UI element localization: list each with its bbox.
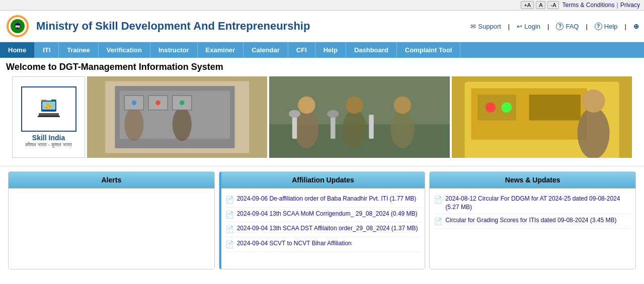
skill-india-subtitle: कौशल भारत - कुशल भारत xyxy=(25,142,71,148)
support-link[interactable]: ✉ Support xyxy=(470,23,501,30)
svg-point-46 xyxy=(485,103,495,113)
welcome-section: Welcome to DGT-Management Information Sy… xyxy=(0,58,644,166)
pdf-icon: 📄 xyxy=(225,225,234,235)
news-content: 📄 2024-08-12 Circular For DDGM for AT 20… xyxy=(430,188,635,269)
list-item: 📄 2024-09-04 13th SCAA MoM Corrigendum_ … xyxy=(225,208,421,223)
skill-india-emblem: 🤝 xyxy=(34,96,64,123)
nav-calendar[interactable]: Calendar xyxy=(244,42,288,58)
svg-rect-11 xyxy=(46,100,51,101)
faq-link[interactable]: ? FAQ xyxy=(556,23,579,30)
affiliation-section: Affiliation Updates 📄 2024-09-06 De-affi… xyxy=(219,171,426,269)
help-link[interactable]: ? Help xyxy=(595,23,618,30)
more-icon: ⊕ xyxy=(633,23,639,30)
separator-3: | xyxy=(547,23,549,30)
nav-complaint-tool[interactable]: Complaint Tool xyxy=(397,42,461,58)
news-link-1[interactable]: 2024-08-12 Circular For DDGM for AT 2024… xyxy=(445,195,631,212)
svg-rect-48 xyxy=(529,94,580,120)
affiliation-link-4[interactable]: 2024-09-04 SCVT to NCVT Bihar Affiliatio… xyxy=(237,239,352,248)
alerts-section: Alerts xyxy=(8,171,215,269)
svg-point-34 xyxy=(394,97,411,114)
nav-help[interactable]: Help xyxy=(315,42,346,58)
pdf-icon: 📄 xyxy=(225,195,234,205)
banner: 🤝 Skill India कौशल भारत - कुशल भारत xyxy=(6,76,638,162)
svg-rect-6 xyxy=(38,116,60,117)
list-item: 📄 2024-09-06 De-affiliation order of Bab… xyxy=(225,193,421,208)
affiliation-link-3[interactable]: 2024-09-04 13th SCAA DST Affilaiton orde… xyxy=(237,224,418,233)
list-item: 📄 2024-08-12 Circular For DDGM for AT 20… xyxy=(434,193,631,214)
top-bar: +A A -A Terms & Conditions | Privacy xyxy=(0,0,644,11)
list-item: 📄 2024-09-04 SCVT to NCVT Bihar Affiliat… xyxy=(225,237,421,252)
nav-cfi[interactable]: CFI xyxy=(288,42,315,58)
svg-point-30 xyxy=(298,97,315,114)
font-decrease-button[interactable]: -A xyxy=(547,1,559,9)
main-navbar: Home ITI Trainee Verification Instructor… xyxy=(0,42,644,58)
nav-verification[interactable]: Verification xyxy=(99,42,150,58)
svg-point-44 xyxy=(582,89,605,113)
svg-rect-37 xyxy=(369,115,374,139)
font-controls: +A A -A xyxy=(521,1,559,9)
svg-rect-36 xyxy=(331,115,336,139)
news-header: News & Updates xyxy=(430,172,635,188)
font-normal-button[interactable]: A xyxy=(536,1,545,9)
banner-image-2 xyxy=(269,76,449,158)
svg-point-39 xyxy=(328,110,339,118)
svg-point-38 xyxy=(289,110,300,118)
alerts-header: Alerts xyxy=(9,172,214,188)
banner-image-3 xyxy=(452,76,632,158)
svg-rect-10 xyxy=(41,100,46,101)
svg-rect-35 xyxy=(292,115,297,139)
separator-2: | xyxy=(508,23,510,30)
list-item: 📄 2024-09-04 13th SCAA DST Affilaiton or… xyxy=(225,222,421,237)
separator-5: | xyxy=(625,23,626,30)
nav-dashboard[interactable]: Dashboard xyxy=(346,42,397,58)
svg-point-19 xyxy=(173,108,192,141)
svg-point-24 xyxy=(132,101,137,106)
separator-1: | xyxy=(617,2,618,9)
affiliation-header: Affiliation Updates xyxy=(221,172,425,188)
nav-home[interactable]: Home xyxy=(0,42,35,58)
affiliation-link-1[interactable]: 2024-09-06 De-affiliation order of Baba … xyxy=(237,195,417,203)
login-link[interactable]: ↩ Login xyxy=(517,23,540,30)
svg-text:🤝: 🤝 xyxy=(44,102,53,111)
welcome-title: Welcome to DGT-Management Information Sy… xyxy=(6,62,638,72)
affiliation-link-2[interactable]: 2024-09-04 13th SCAA MoM Corrigendum_ 29… xyxy=(237,210,418,218)
nav-trainee[interactable]: Trainee xyxy=(59,42,99,58)
news-list: 📄 2024-08-12 Circular For DDGM for AT 20… xyxy=(434,193,631,229)
svg-point-17 xyxy=(124,108,143,141)
svg-point-47 xyxy=(501,103,511,113)
svg-text:🇮🇳: 🇮🇳 xyxy=(15,24,20,29)
content-area: Alerts Affiliation Updates 📄 2024-09-06 … xyxy=(0,166,644,274)
faq-icon: ? xyxy=(556,23,564,30)
separator-4: | xyxy=(586,23,587,30)
header-actions: ✉ Support | ↩ Login | ? FAQ | ? Help | ⊕ xyxy=(470,23,639,30)
help-icon: ? xyxy=(595,23,602,30)
affiliation-border xyxy=(219,172,221,269)
site-title: Ministry of Skill Development And Entrep… xyxy=(36,20,310,33)
login-icon: ↩ xyxy=(517,23,522,30)
mail-icon: ✉ xyxy=(470,23,476,30)
skill-india-title: Skill India xyxy=(32,134,65,142)
terms-conditions-link[interactable]: Terms & Conditions xyxy=(562,2,614,9)
affiliation-content: 📄 2024-09-06 De-affiliation order of Bab… xyxy=(221,188,425,269)
nav-iti[interactable]: ITI xyxy=(35,42,59,58)
pdf-icon: 📄 xyxy=(225,210,234,220)
nav-examiner[interactable]: Examiner xyxy=(198,42,244,58)
banner-image-1 xyxy=(87,76,267,158)
privacy-link[interactable]: Privacy xyxy=(620,2,640,9)
news-section: News & Updates 📄 2024-08-12 Circular For… xyxy=(429,171,636,269)
svg-point-26 xyxy=(180,101,185,106)
svg-point-25 xyxy=(155,101,160,106)
svg-rect-5 xyxy=(39,113,59,116)
site-header: 🇮🇳 Ministry of Skill Development And Ent… xyxy=(0,11,644,42)
svg-point-43 xyxy=(577,108,609,158)
skill-india-logo-box: 🤝 Skill India कौशल भारत - कुशल भारत xyxy=(12,76,85,158)
list-item: 📄 Circular for Grading Scores for ITIs d… xyxy=(434,214,631,229)
pdf-icon: 📄 xyxy=(225,240,234,250)
news-link-2[interactable]: Circular for Grading Scores for ITIs dat… xyxy=(445,216,616,225)
site-logo: 🇮🇳 xyxy=(5,14,30,39)
font-increase-button[interactable]: +A xyxy=(521,1,534,9)
affiliation-list: 📄 2024-09-06 De-affiliation order of Bab… xyxy=(225,193,421,252)
top-bar-links: Terms & Conditions | Privacy xyxy=(562,2,640,9)
nav-instructor[interactable]: Instructor xyxy=(150,42,198,58)
alerts-content xyxy=(9,188,214,269)
